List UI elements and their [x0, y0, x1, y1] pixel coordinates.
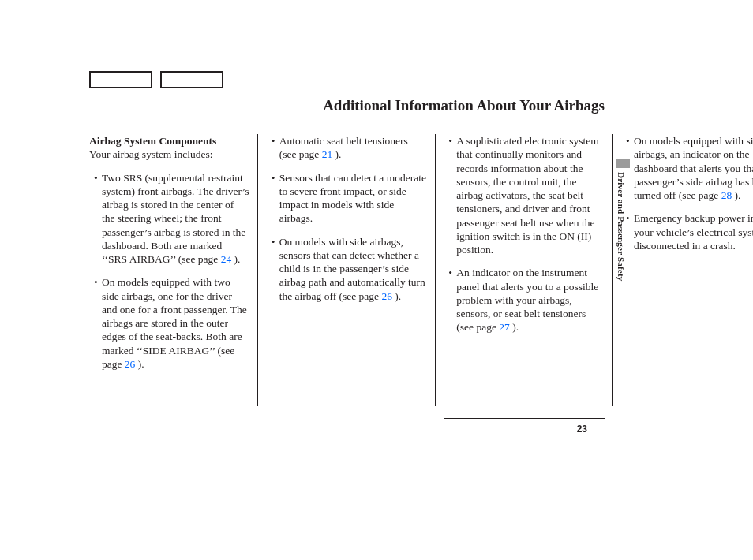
thumb-tab — [616, 159, 630, 168]
page-link[interactable]: 27 — [499, 321, 510, 333]
page-number: 23 — [577, 424, 587, 435]
item-text-tail: ). — [332, 148, 341, 160]
item-text-tail: ). — [231, 253, 240, 265]
section-heading: Airbag System Components — [89, 135, 216, 147]
components-list: Two SRS (supplemental restraint system) … — [89, 134, 753, 406]
item-text: Sensors that can detect a moderate to se… — [279, 172, 426, 225]
nav-box-2[interactable] — [160, 71, 223, 88]
list-item: Sensors that can detect a moderate to se… — [272, 171, 427, 226]
nav-box-1[interactable] — [89, 71, 152, 88]
page-link[interactable]: 28 — [721, 189, 732, 201]
top-link-boxes — [89, 71, 223, 88]
item-text-tail: ). — [510, 321, 519, 333]
section-intro: Airbag System Components Your airbag sys… — [89, 134, 249, 162]
item-text-tail: ). — [135, 358, 144, 370]
list-item: An indicator on the instrument panel tha… — [448, 266, 604, 334]
list-item: On models equipped with side airbags, an… — [626, 134, 753, 202]
item-text: An indicator on the instrument panel tha… — [456, 267, 598, 333]
page-link[interactable]: 26 — [125, 358, 136, 370]
page-link[interactable]: 24 — [221, 253, 232, 265]
section-tab-label: Driver and Passenger Safety — [616, 172, 627, 282]
item-text-tail: ). — [732, 189, 740, 201]
list-item: On models equipped with two side airbags… — [94, 275, 249, 371]
page-link[interactable]: 26 — [381, 290, 392, 302]
list-item: On models with side airbags, sensors tha… — [272, 235, 427, 303]
page-link[interactable]: 21 — [322, 148, 333, 160]
body-columns: Airbag System Components Your airbag sys… — [89, 134, 604, 406]
item-text: Emergency backup power in case your vehi… — [634, 212, 753, 252]
item-text: Two SRS (supplemental restraint system) … — [102, 172, 249, 266]
list-item: A sophisticated electronic system that c… — [448, 134, 604, 256]
page: Additional Information About Your Airbag… — [0, 0, 753, 560]
item-text-tail: ). — [392, 290, 401, 302]
footer-rule — [444, 418, 605, 419]
item-text: Automatic seat belt tensioners (see page — [279, 135, 408, 160]
page-title: Additional Information About Your Airbag… — [0, 96, 605, 115]
list-item: Two SRS (supplemental restraint system) … — [94, 171, 249, 267]
item-text: On models equipped with two side airbags… — [102, 276, 247, 370]
list-item: Emergency backup power in case your vehi… — [626, 211, 753, 252]
item-text: On models with side airbags, sensors tha… — [279, 236, 425, 302]
item-text: A sophisticated electronic system that c… — [456, 135, 598, 256]
intro-text: Your airbag system includes: — [89, 148, 213, 160]
list-item: Automatic seat belt tensioners (see page… — [272, 134, 427, 162]
